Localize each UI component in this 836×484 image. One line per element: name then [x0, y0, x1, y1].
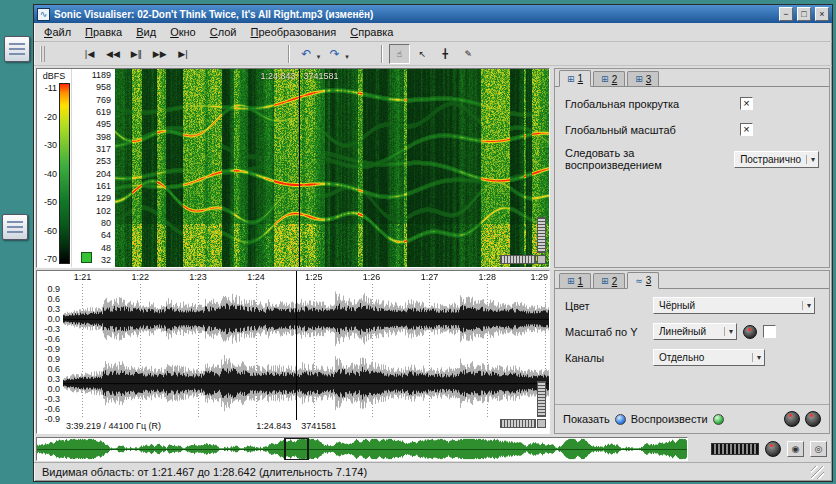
time-tick: 1:23 [189, 272, 207, 282]
frequency-tick: 102 [72, 207, 111, 216]
play-led[interactable] [713, 414, 724, 425]
window-title: Sonic Visualiser: 02-Don't Think Twice, … [54, 9, 775, 20]
rewind-to-start-button[interactable]: |◀ [79, 44, 100, 64]
amplitude-tick: -0.3 [37, 394, 60, 404]
waveform-view[interactable]: 1:211:221:231:241:251:261:271:281:29 3:3… [63, 271, 549, 433]
horizontal-zoom-wheel[interactable] [500, 419, 536, 428]
draw-tool-button[interactable]: ✎ [458, 44, 479, 64]
resize-grip[interactable] [811, 466, 824, 479]
chevron-down-icon: ▾ [724, 327, 733, 336]
play-selection-button[interactable]: ◉ [787, 441, 804, 457]
menu-item[interactable]: Преобразования [245, 25, 343, 39]
gain-knob[interactable] [743, 325, 757, 339]
frequency-scale: 1189958769619495398317253204161129102806… [71, 69, 115, 267]
layer-tab[interactable]: ⊞2 [593, 273, 625, 288]
play-pause-button[interactable]: ▶‖ [126, 44, 147, 64]
layer-tab[interactable]: ≈3 [627, 272, 659, 289]
layer-tabs: ⊞1 ⊞2 ≈3 [555, 271, 829, 289]
global-zoom-checkbox[interactable]: × [740, 123, 753, 136]
cursor-time-label: 1:24.843 [260, 71, 295, 81]
waveform-canvas-area[interactable] [63, 284, 549, 418]
amplitude-tick: -0.9 [37, 414, 60, 424]
close-button[interactable]: × [815, 7, 829, 21]
amplitude-tick: 0.3 [37, 304, 60, 314]
undo-icon[interactable]: ↶ [296, 44, 317, 64]
zoom-reset-button[interactable] [537, 419, 546, 428]
layer-tab-icon: ⊞ [567, 276, 575, 286]
amplitude-tick: -0.9 [37, 344, 60, 354]
menu-item[interactable]: Окно [164, 25, 202, 39]
y-scale-select[interactable]: Линейный ▾ [653, 323, 737, 340]
menu-item[interactable]: Справка [344, 25, 399, 39]
show-led[interactable] [615, 414, 626, 425]
property-row: Следовать за воспроизведением Постраничн… [565, 147, 819, 171]
pane-tab[interactable]: ⊞1 [559, 70, 591, 87]
global-scroll-checkbox[interactable]: × [740, 97, 753, 110]
show-label: Показать [563, 413, 610, 425]
visible-region-indicator[interactable] [284, 438, 309, 460]
frequency-tick: 204 [72, 170, 111, 179]
pane-tab[interactable]: ⊞3 [627, 71, 659, 86]
pane-tab[interactable]: ⊞2 [593, 71, 625, 86]
forward-to-end-button[interactable]: ▶| [173, 44, 194, 64]
normalize-checkbox[interactable] [763, 325, 776, 338]
menu-item[interactable]: Файл [38, 25, 77, 39]
frequency-tick: 129 [72, 194, 111, 203]
waveform-pane[interactable]: 0.90.60.30.0-0.3-0.6-0.9 0.90.60.30.0-0.… [36, 270, 550, 434]
pane-tab-label: 1 [578, 73, 584, 84]
menu-item[interactable]: Правка [79, 25, 128, 39]
rewind-button[interactable]: ◀◀ [102, 44, 124, 64]
waveform-canvas[interactable] [63, 284, 549, 418]
redo-dropdown-arrow[interactable]: ▾ [345, 53, 349, 61]
global-zoom-label: Глобальный масштаб [565, 124, 676, 136]
channels-select[interactable]: Отдельно ▾ [653, 349, 765, 366]
horizontal-zoom-wheel[interactable] [500, 255, 536, 264]
db-tick: -50 [38, 197, 57, 207]
zoom-reset-button[interactable] [537, 255, 546, 264]
undo-dropdown-arrow[interactable]: ▾ [317, 53, 321, 61]
layer-tab-label: 2 [612, 276, 618, 287]
properties-column: ⊞1 ⊞2 ⊞3 Глобальная прокрутка × Глобальн… [554, 68, 830, 434]
desktop-icon[interactable] [2, 214, 28, 240]
layer-tab-icon: ≈ [635, 276, 643, 286]
amplitude-scale-channel-2: 0.90.60.30.0-0.3-0.6-0.9 [37, 354, 60, 424]
layer-tab[interactable]: ⊞1 [559, 273, 591, 288]
maximize-button[interactable]: □ [797, 7, 811, 21]
playback-speed-knob[interactable] [765, 441, 781, 457]
amplitude-scale: 0.90.60.30.0-0.3-0.6-0.9 0.90.60.30.0-0.… [37, 271, 63, 433]
vertical-zoom-wheel[interactable] [537, 381, 546, 417]
navigate-tool-button[interactable]: ☝ [389, 44, 410, 64]
fast-forward-button[interactable]: ▶▶ [149, 44, 171, 64]
redo-icon[interactable]: ↷ [324, 44, 345, 64]
colour-scale-bar [59, 83, 70, 264]
menu-item[interactable]: Слой [204, 25, 243, 39]
toolbar-drag-handle[interactable] [40, 46, 45, 62]
playback-pan-knob[interactable] [805, 411, 821, 427]
main-area: dBFS -11-20-30-40-50-60-70 1189958769619… [34, 66, 832, 436]
desktop-icon[interactable] [4, 36, 30, 62]
spectrogram-canvas[interactable] [115, 69, 549, 267]
playback-gain-knob[interactable] [784, 411, 800, 427]
spectrogram-view[interactable]: 1:24.843 3741581 [115, 69, 549, 267]
spectrogram-pane[interactable]: dBFS -11-20-30-40-50-60-70 1189958769619… [36, 68, 550, 268]
minimize-button[interactable]: − [779, 7, 793, 21]
db-tick: -20 [38, 112, 57, 122]
titlebar[interactable]: ∿ Sonic Visualiser: 02-Don't Think Twice… [34, 5, 832, 23]
colour-select[interactable]: Чёрный ▾ [653, 297, 815, 314]
follow-playback-select[interactable]: Постранично ▾ [734, 151, 819, 168]
property-row: Масштаб по Y Линейный ▾ [565, 323, 819, 340]
menu-item[interactable]: Вид [130, 25, 162, 39]
play-loop-button[interactable]: ◎ [810, 441, 827, 457]
overview-canvas[interactable] [37, 438, 687, 460]
frequency-tick: 958 [72, 83, 111, 92]
time-tick: 1:27 [421, 272, 439, 282]
edit-tool-button[interactable]: ╋ [435, 44, 456, 64]
layer-properties-body: Цвет Чёрный ▾ Масштаб по Y Линейный [555, 289, 829, 404]
playback-speed-wheel[interactable] [711, 443, 759, 455]
select-tool-button[interactable]: ↖ [412, 44, 433, 64]
overview[interactable] [36, 437, 688, 461]
vertical-zoom-wheel[interactable] [537, 217, 546, 253]
time-tick: 1:28 [479, 272, 497, 282]
db-scale-body: -11-20-30-40-50-60-70 [37, 81, 71, 267]
y-scale-label: Масштаб по Y [565, 326, 647, 338]
